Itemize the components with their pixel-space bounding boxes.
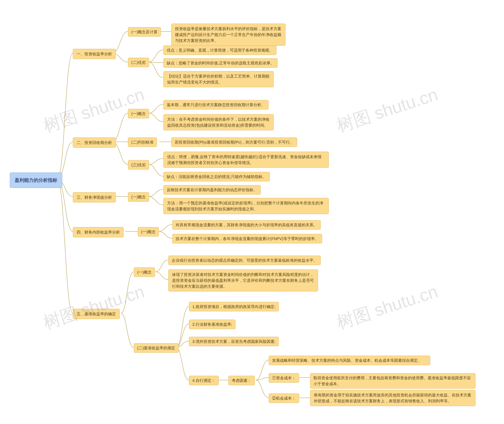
branch-3-1-label: (一)概念	[131, 195, 146, 199]
capital-cost-leaf-text: 取得资金使用权所支付的费用，主要包括筹资费和资金的使用费。基准收益率最低限度不应…	[313, 376, 471, 386]
branch-2-1-label: (一)概念	[131, 112, 146, 116]
branch-4-1-leaf-2[interactable]: 技术方案在整个计算期内，各年净现金流量的现值累计(FNPV)等于零时的折现率。	[172, 234, 322, 243]
branch-2-2-leaf[interactable]: 若投资回收期(Pt)≤基准投资回收期(Pc)，则方案可行;否则，不可行。	[171, 137, 297, 147]
branch-5-1-leaf-2-text: 体现了投资决策者对技术方案资金时间价值的判断和对技术方案风险程度的估计，是投资资…	[172, 272, 314, 288]
branch-3-1-leaf-2[interactable]: 方法：用一个预定的基准收益率(或设定的折现率)，分别把整个计算期间内各年所发生的…	[163, 198, 329, 214]
branch-1-1-label: (一)概念及计算	[131, 30, 158, 34]
consider-factors-leaf-1[interactable]: 发展战略和经营策略、技术方案的特点与风险、资金成本、机会成本等因素综合测定。	[269, 356, 430, 365]
root-label: 盈利能力的分析指标	[15, 177, 57, 183]
branch-5-2-leaf-2[interactable]: 2.行业财务基准收益率;	[189, 320, 235, 329]
branch-5-2-leaf-3[interactable]: 3.境外投资技术方案，应首先考虑国家风险因素;	[189, 337, 279, 346]
branch-1-1[interactable]: (一)概念及计算	[128, 27, 161, 37]
branch-5[interactable]: 五、基准收益率的确定	[73, 309, 120, 319]
branch-5-2-leaf-4[interactable]: 4.自行测定：	[189, 376, 219, 385]
branch-2-3-label: (三)优劣	[131, 163, 146, 167]
opportunity-cost-leaf[interactable]: 将有限的资金用于拟实施技术方案而放弃的其他投资机会所能获得的最大收益。在技术方案…	[310, 390, 475, 406]
branch-2-3-leaf-1-text: 优点：简便，易懂;反映了资本的周转速度(越快越好);适合于更新迅速、资金短缺或未…	[167, 155, 321, 165]
branch-5-2[interactable]: (二)基准收益率的测定	[134, 343, 178, 353]
branch-2-1-leaf-1-text: 返本期，通常只进行技术方案静态投资回收期计算分析。	[167, 103, 265, 107]
branch-1-2-leaf-2-text: 缺点：忽略了资金的时间价值;正常年份的选取主观色彩浓厚。	[167, 61, 274, 65]
capital-cost[interactable]: ①资金成本：	[269, 373, 299, 383]
branch-3-1-leaf-1[interactable]: 反映技术方案在计算期内盈利能力的动态评价指标。	[163, 185, 261, 194]
branch-4-1-leaf-1[interactable]: 对具有常规现金流量的方案，其财务净现值的大小与折现率的高低有直接的关系。	[172, 220, 321, 230]
branch-1[interactable]: 一、投资收益率分析	[73, 49, 116, 59]
branch-1-2-leaf-3-text: 【结论】适合于方案评价的初期，以及工艺简单、计算期较短而生产情况变化不大的情况。	[167, 74, 270, 84]
branch-2-2-label: (二)判别标准	[131, 140, 154, 144]
branch-3-label: 三、财务净现值分析	[77, 195, 112, 200]
branch-2-3-leaf-1[interactable]: 优点：简便，易懂;反映了资本的周转速度(越快越好);适合于更新迅速、资金短缺或未…	[163, 152, 329, 168]
consider-factors-text: 考虑因素：	[232, 378, 252, 383]
root-node[interactable]: 盈利能力的分析指标	[10, 173, 62, 188]
branch-2-label: 二、投资回收期分析	[77, 140, 112, 145]
branch-1-2-leaf-1[interactable]: 优点：意义明确、直观，计算简便，可适用于各种投资规模。	[163, 45, 277, 55]
branch-1-1-leaf[interactable]: 投资收益率是衡量技术方案获利水平的评价指标，是技术方案建成投产达到设计生产能力后…	[171, 24, 285, 46]
consider-factors[interactable]: 考虑因素：	[228, 376, 255, 385]
branch-2-2-leaf-text: 若投资回收期(Pt)≤基准投资回收期(Pc)，则方案可行;否则，不可行。	[175, 140, 294, 144]
branch-1-2-leaf-1-text: 优点：意义明确、直观，计算简便，可适用于各种投资规模。	[167, 48, 273, 52]
branch-2[interactable]: 二、投资回收期分析	[73, 137, 116, 148]
branch-5-2-leaf-3-text: 3.境外投资技术方案，应首先考虑国家风险因素;	[192, 339, 276, 344]
branch-2-3[interactable]: (三)优劣	[128, 160, 149, 169]
branch-5-2-leaf-4-text: 4.自行测定：	[192, 378, 215, 383]
mind-map-canvas: 盈利能力的分析指标 一、投资收益率分析 (一)概念及计算 投资收益率是衡量技术方…	[0, 0, 504, 424]
branch-4-label: 四、财务内部收益率分析	[77, 230, 120, 234]
branch-1-2[interactable]: (二)优劣	[128, 58, 149, 67]
branch-1-2-leaf-3[interactable]: 【结论】适合于方案评价的初期，以及工艺简单、计算期较短而生产情况变化不大的情况。	[163, 71, 274, 87]
branch-2-2[interactable]: (二)判别标准	[128, 137, 157, 147]
branch-1-2-leaf-2[interactable]: 缺点：忽略了资金的时间价值;正常年份的选取主观色彩浓厚。	[163, 58, 278, 68]
branch-4-1-label: (一)概念	[141, 230, 155, 234]
branch-2-3-leaf-2-text: 缺点：没能反映资金回收之后的情况;只能作为辅助指标。	[167, 175, 266, 179]
capital-cost-text: ①资金成本：	[272, 376, 296, 380]
branch-5-label: 五、基准收益率的确定	[77, 312, 116, 316]
branch-2-1-leaf-2[interactable]: 方法：在不考虑资金时间价值的条件下，以技术方案的净收益回收其总投资(包括建设投资…	[163, 114, 274, 130]
branch-5-1-leaf-1-text: 企业或行业投资者以动态的观点所确定的、可接受的技术方案最低标准的收益水平。	[172, 258, 317, 262]
branch-5-1[interactable]: (一)概念	[134, 268, 155, 277]
branch-5-1-label: (一)概念	[137, 270, 152, 274]
branch-4-1-leaf-2-text: 技术方案在整个计算期内，各年净现金流量的现值累计(FNPV)等于零时的折现率。	[176, 237, 319, 241]
branch-4-1[interactable]: (一)概念	[138, 227, 159, 237]
branch-4-1-leaf-1-text: 对具有常规现金流量的方案，其财务净现值的大小与折现率的高低有直接的关系。	[176, 223, 317, 227]
branch-5-1-leaf-2[interactable]: 体现了投资决策者对技术方案资金时间价值的判断和对技术方案风险程度的估计，是投资资…	[168, 269, 318, 292]
opportunity-cost-leaf-text: 将有限的资金用于拟实施技术方案而放弃的其他投资机会所能获得的最大收益。在技术方案…	[314, 393, 471, 403]
branch-5-2-leaf-1[interactable]: 1.政府投资项目，根据政府的政策导向进行确定;	[189, 302, 279, 311]
branch-3[interactable]: 三、财务净现值分析	[73, 192, 116, 202]
branch-3-1-leaf-2-text: 方法：用一个预定的基准收益率(或设定的折现率)，分别把整个计算期间内各年所发生的…	[167, 201, 323, 211]
branch-2-1-leaf-1[interactable]: 返本期，通常只进行技术方案静态投资回收期计算分析。	[163, 100, 269, 110]
branch-5-2-leaf-2-text: 2.行业财务基准收益率;	[192, 322, 232, 326]
branch-1-1-leaf-text: 投资收益率是衡量技术方案获利水平的评价指标，是技术方案建成投产达到设计生产能力后…	[175, 27, 281, 43]
opportunity-cost[interactable]: ②机会成本：	[269, 393, 299, 403]
branch-2-1-leaf-2-text: 方法：在不考虑资金时间价值的条件下，以技术方案的净收益回收其总投资(包括建设投资…	[167, 117, 270, 127]
branch-3-1[interactable]: (一)概念	[128, 192, 149, 202]
branch-5-2-leaf-1-text: 1.政府投资项目，根据政府的政策导向进行确定;	[192, 305, 276, 309]
branch-4[interactable]: 四、财务内部收益率分析	[73, 227, 124, 237]
branch-3-1-leaf-1-text: 反映技术方案在计算期内盈利能力的动态评价指标。	[167, 188, 257, 192]
branch-2-3-leaf-2[interactable]: 缺点：没能反映资金回收之后的情况;只能作为辅助指标。	[163, 172, 270, 181]
branch-1-2-label: (二)优劣	[131, 60, 146, 65]
branch-5-2-label: (二)基准收益率的测定	[137, 346, 175, 350]
opportunity-cost-text: ②机会成本：	[272, 396, 296, 400]
capital-cost-leaf[interactable]: 取得资金使用权所支付的费用，主要包括筹资费和资金的使用费。基准收益率最低限度不应…	[310, 373, 475, 389]
branch-5-1-leaf-1[interactable]: 企业或行业投资者以动态的观点所确定的、可接受的技术方案最低标准的收益水平。	[168, 256, 321, 265]
consider-factors-leaf-1-text: 发展战略和经营策略、技术方案的特点与风险、资金成本、机会成本等因素综合测定。	[272, 358, 422, 362]
branch-1-label: 一、投资收益率分析	[77, 52, 112, 56]
branch-2-1[interactable]: (一)概念	[128, 109, 149, 118]
